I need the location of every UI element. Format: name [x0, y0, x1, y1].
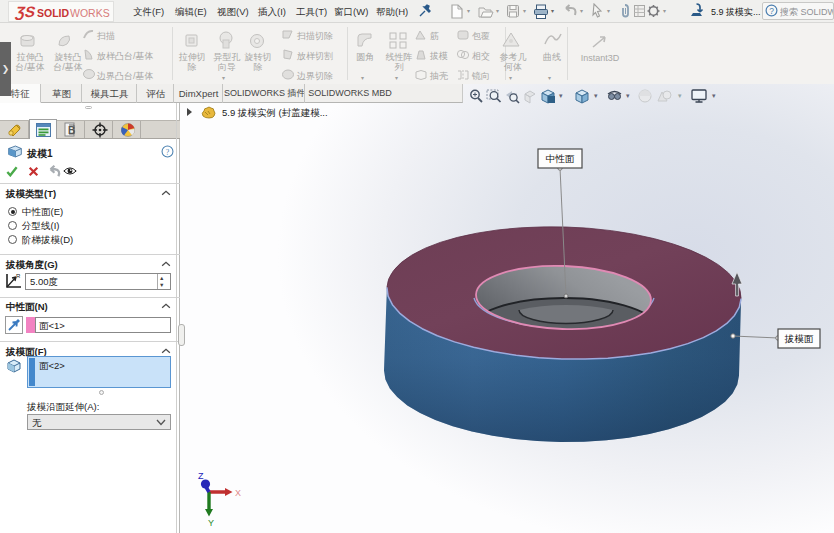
svg-text:拔模面: 拔模面 — [784, 333, 814, 344]
svg-text:R: R — [16, 273, 21, 279]
svg-text:B: B — [68, 125, 75, 136]
svg-text:ƷS: ƷS — [14, 4, 37, 20]
svg-text:Y: Y — [208, 518, 214, 528]
svg-text:X: X — [235, 488, 241, 498]
svg-text:?: ? — [166, 148, 170, 157]
svg-text:WORKS: WORKS — [70, 7, 110, 19]
svg-text:Z: Z — [198, 471, 204, 481]
svg-text:5.9 拔模实例 (封盖建模...: 5.9 拔模实例 (封盖建模... — [222, 107, 328, 118]
svg-text:?: ? — [769, 6, 774, 16]
svg-text:SOLID: SOLID — [37, 7, 70, 19]
svg-text:中性面: 中性面 — [546, 153, 575, 164]
